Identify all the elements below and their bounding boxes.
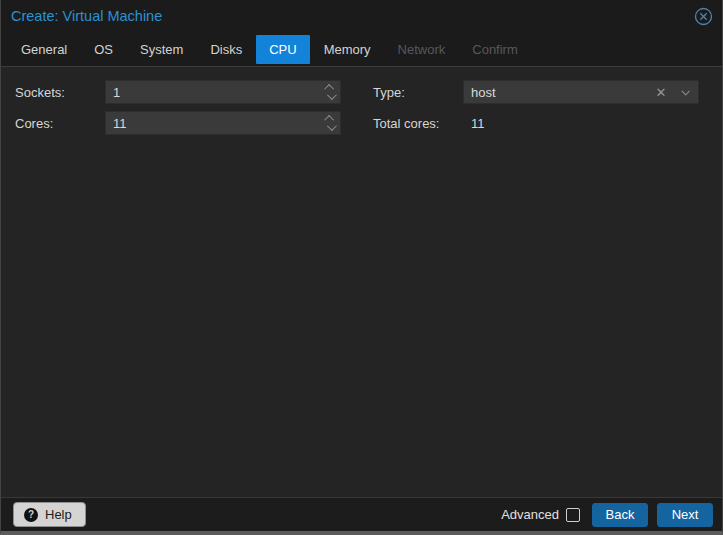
cores-field bbox=[105, 111, 341, 135]
create-vm-dialog: Create: Virtual Machine General OS Syste… bbox=[0, 0, 723, 535]
next-button[interactable]: Next bbox=[657, 503, 713, 527]
tab-cpu[interactable]: CPU bbox=[256, 35, 309, 64]
sockets-label: Sockets: bbox=[1, 85, 105, 100]
footer-actions: Advanced Back Next bbox=[501, 503, 713, 527]
form-right-column: Type: ✕ Total cores: 11 bbox=[359, 80, 717, 142]
cores-input[interactable] bbox=[106, 116, 320, 131]
type-row: Type: ✕ bbox=[359, 80, 717, 104]
clear-icon[interactable]: ✕ bbox=[650, 85, 672, 100]
sockets-field bbox=[105, 80, 341, 104]
type-label: Type: bbox=[359, 85, 463, 100]
cores-label: Cores: bbox=[1, 116, 105, 131]
tab-memory[interactable]: Memory bbox=[311, 35, 384, 64]
help-button[interactable]: ? Help bbox=[13, 502, 86, 527]
tab-general[interactable]: General bbox=[8, 35, 80, 64]
cores-spinner[interactable] bbox=[320, 112, 340, 134]
tab-confirm: Confirm bbox=[459, 35, 531, 64]
help-button-label: Help bbox=[45, 507, 72, 522]
sockets-input[interactable] bbox=[106, 85, 320, 100]
form-left-column: Sockets: Cores: bbox=[1, 80, 359, 142]
dialog-title: Create: Virtual Machine bbox=[11, 8, 162, 24]
advanced-checkbox[interactable] bbox=[566, 508, 580, 522]
total-cores-value: 11 bbox=[463, 116, 485, 131]
cpu-form-panel: Sockets: Cores: bbox=[1, 67, 722, 497]
advanced-label: Advanced bbox=[501, 507, 559, 522]
sockets-spinner[interactable] bbox=[320, 81, 340, 103]
total-cores-row: Total cores: 11 bbox=[359, 111, 717, 135]
tab-system[interactable]: System bbox=[127, 35, 196, 64]
type-combobox: ✕ bbox=[463, 80, 699, 104]
sockets-row: Sockets: bbox=[1, 80, 359, 104]
tab-os[interactable]: OS bbox=[81, 35, 126, 64]
tab-disks[interactable]: Disks bbox=[197, 35, 255, 64]
question-circle-icon: ? bbox=[24, 508, 38, 522]
back-button[interactable]: Back bbox=[592, 503, 648, 527]
tab-network: Network bbox=[385, 35, 459, 64]
circled-x-icon bbox=[694, 7, 713, 26]
dialog-titlebar: Create: Virtual Machine bbox=[1, 0, 722, 32]
cores-row: Cores: bbox=[1, 111, 359, 135]
chevron-down-icon[interactable] bbox=[672, 81, 698, 103]
type-combo-tools: ✕ bbox=[650, 81, 698, 103]
wizard-tabbar: General OS System Disks CPU Memory Netwo… bbox=[1, 32, 722, 67]
total-cores-label: Total cores: bbox=[359, 116, 463, 131]
dialog-footer: ? Help Advanced Back Next bbox=[1, 497, 722, 531]
type-input[interactable] bbox=[464, 85, 650, 100]
close-button[interactable] bbox=[694, 7, 713, 26]
